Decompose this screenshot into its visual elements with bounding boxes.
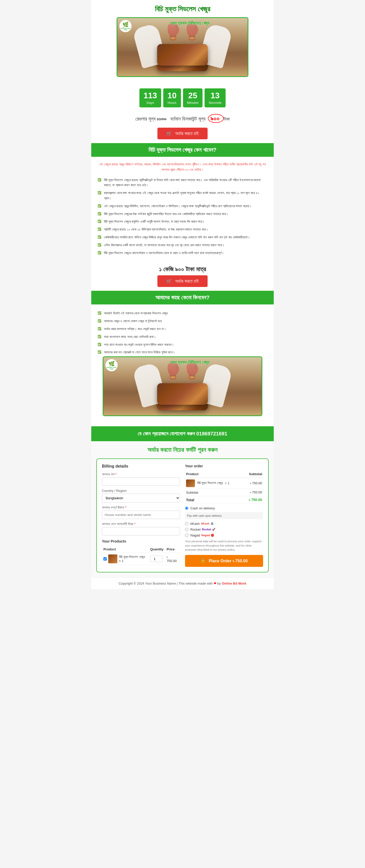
nagad-radio[interactable] — [185, 534, 188, 537]
cod-option: Cash on delivery — [185, 506, 263, 510]
price-big-text: ১ কেজি ৯০০ টাকা মাত্র — [95, 266, 270, 273]
country-select[interactable]: Bangladesh — [102, 494, 180, 502]
price-highlight: ১ কেজি ৯০০ টাকা মাত্র 🛒 অর্ডার করতে চাই — [91, 262, 274, 291]
qty-cell — [148, 553, 165, 565]
form-grid: Billing details আপনার নাম * Country / Re… — [102, 464, 263, 567]
why-section: এই খেজুরে রয়েছে প্রচুর পরিমাণে ফাইবার, … — [91, 157, 274, 262]
col-price: Price — [165, 546, 180, 553]
why-buy-banner: আমাদের কাছে কেনো কিনবেন? — [91, 291, 274, 305]
list-item: এই খেজুরে রয়েছে প্রচুর ভিটামিন, ম্যাগনে… — [97, 203, 268, 210]
total-row: Total ৳ 750.00 — [185, 496, 263, 504]
why-intro: এই খেজুরে রয়েছে প্রচুর পরিমাণে ফাইবার, … — [97, 162, 268, 173]
price-cell: ৳ 750.00 — [165, 553, 180, 565]
products-table: Product Quantity Price — [102, 546, 180, 565]
product-name: বিচি মুক্ত সিডলেস খেজুর × 1 — [119, 555, 147, 563]
order-button-2[interactable]: 🛒 অর্ডার করতে চাই — [158, 275, 207, 287]
phone-label: আপনার ফোন আপডেটটি দিচ্ছে * — [102, 522, 180, 526]
bkash-label: bKash — [190, 522, 200, 526]
order-button-1[interactable]: 🛒 অর্ডার করতে চাই — [158, 128, 207, 139]
quantity-input[interactable] — [150, 556, 163, 562]
regular-price-value: ১১৩০ — [157, 116, 167, 122]
lock-icon: 🔒 — [200, 559, 205, 563]
summary-col-subtotal: Subtotal — [244, 471, 263, 478]
address-field-group: আপনার সম্পূর্ণ ঠিকানা * — [102, 505, 180, 519]
product-image: 🌿 ORGANIC FOOD CARE ফ্রেশ সুক্কার (বিচীছ… — [117, 18, 248, 76]
cod-radio[interactable] — [185, 506, 188, 510]
summary-product-name: বিচি মুক্ত সিডলেস খেজুর — [197, 481, 223, 485]
order-form-section: অর্ডার করতে নিচের ফর্মটি পূরন করুন Billi… — [91, 441, 274, 578]
order-summary-column: Your order Product Subtotal — [185, 464, 263, 567]
order-summary-table: Product Subtotal বিচি মুক্ত সিডলেস খেজুর… — [185, 471, 263, 504]
billing-title: Billing details — [102, 464, 180, 469]
your-products-section: Your Products Product Quantity Price — [102, 539, 180, 565]
rocket-option: Rocket Rocket 🚀 — [185, 528, 263, 531]
list-item: প্রতিটি খেজুরে রয়েছে ১০ থেকে ১৫ মিলিগ্র… — [97, 226, 268, 234]
hero-section: বিচি মুক্ত সিডলেস খেজুর 🌿 ORGANIC FOOD C… — [91, 0, 274, 85]
subtotal-label: Subtotal — [185, 489, 244, 496]
name-input[interactable] — [102, 477, 180, 486]
col-qty: Quantity — [148, 546, 165, 553]
discount-label: বর্তমান ডিসকাউন্ট মূল্য — [170, 116, 205, 122]
total-label: Total — [185, 496, 244, 504]
rocket-radio[interactable] — [185, 528, 188, 531]
list-item: বিচি মুক্ত সিডলেস খেজুরে রয়েছে আন্টিঅক্… — [97, 176, 268, 189]
subtotal-row: Subtotal ৳ 750.00 — [185, 489, 263, 496]
product-checkbox[interactable] — [104, 557, 107, 560]
footer-brand: Online Bd Work — [222, 582, 246, 585]
hours-value: 10 — [167, 91, 177, 100]
discount-price-value: ৯০০ — [208, 114, 224, 123]
list-item: পণ্য রাতে পাওয়ার পর পেমেন্ট দেওয়ার সুয… — [97, 341, 268, 349]
countdown-section: 113 Days 10 Hours 25 Minutes 13 Seconds — [91, 85, 274, 111]
rocket-label: Rocket — [190, 528, 200, 531]
brand-logo-2: 🌿 ORGANIC FOOD CARE — [106, 359, 118, 371]
product-cell: বিচি মুক্ত সিডলেস খেজুর × 1 — [102, 553, 148, 565]
place-order-button[interactable]: 🔒 Place Order ৳ 750.00 — [185, 555, 263, 567]
list-item: বিচি মুক্ত সিডলেস খেজুরে রাকুসিন একটি অন… — [97, 218, 268, 226]
list-item: আমাদের থেজুর ও কোনো মেকাপ নেজুর না ইন্টা… — [97, 317, 268, 325]
your-products-title: Your Products — [102, 539, 180, 543]
countdown-days: 113 Days — [139, 88, 161, 107]
currency-label: টাকা — [224, 117, 230, 122]
order-form-box: Billing details আপনার নাম * Country / Re… — [96, 459, 269, 572]
footer-heart: ❤ — [214, 582, 217, 585]
list-item: সারা বাংলাদেশে কাছে অন্য রেয়া ডেলিভারি … — [97, 333, 268, 341]
contact-banner: যে কোন প্রয়োজনে যোগাযোগ করুন 0186972169… — [91, 426, 274, 441]
price-display: রেগুলার মূল্য ১১৩০ বর্তমান ডিসকাউন্ট মূল… — [95, 115, 270, 122]
seconds-value: 13 — [208, 91, 222, 100]
list-item: কোষ্ঠকাঠিন্যের সাময়িক রাতে পানিতে খেজুর… — [97, 234, 268, 241]
countdown-hours: 10 Hours — [163, 88, 181, 107]
list-item: বিচি মুক্ত সিডলেস খেজুরে কোলেস্টেরাম ও ম… — [97, 249, 268, 257]
cod-label: Cash on delivery — [190, 506, 215, 510]
days-label: Days — [146, 101, 154, 104]
product-image-title: ফ্রেশ সুক্কার (বিচীছাড়া) খেজুর — [134, 21, 245, 26]
address-label: আপনার সম্পূর্ণ ঠিকানা * — [102, 505, 180, 509]
order-summary-title: Your order — [185, 464, 263, 468]
regular-price-label: রেগুলার মূল্য — [135, 116, 156, 122]
billing-column: Billing details আপনার নাম * Country / Re… — [102, 464, 180, 567]
total-value: ৳ 750.00 — [244, 496, 263, 504]
countdown-minutes: 25 Minutes — [183, 88, 203, 107]
table-row: বিচি মুক্ত সিডলেস খেজুর × 1 ৳ 750.00 — [102, 553, 180, 565]
summary-product-cell: বিচি মুক্ত সিডলেস খেজুর × 1 — [185, 478, 244, 489]
list-item: অর্ডার করার আপনাকে অগ্রিম ১ করে পেমেন্ট … — [97, 325, 268, 333]
nagad-option: Nagad Nagad 🔴 — [185, 533, 263, 537]
price-section: রেগুলার মূল্য ১১৩০ বর্তমান ডিসকাউন্ট মূল… — [91, 111, 274, 143]
order-product-thumb — [186, 479, 195, 487]
bkash-option: bKash bKash 🏦 — [185, 522, 263, 526]
nagad-label: Nagad — [190, 533, 200, 537]
nagad-logo: Nagad 🔴 — [201, 534, 214, 537]
hero-title: বিচি মুক্ত সিডলেস খেজুর — [95, 5, 270, 13]
why-buy-section: আমরাই নিজেই এই সরাসরে থেকে সংগ্রহকরা সিড… — [91, 305, 274, 426]
bkash-radio[interactable] — [185, 522, 188, 525]
why-buy-list: আমরাই নিজেই এই সরাসরে থেকে সংগ্রহকরা সিড… — [97, 310, 268, 356]
product-image-2-inner: 🌿 ORGANIC FOOD CARE ফ্রেশ সুক্কার (বিচীছ… — [104, 357, 261, 415]
list-item: আমরাই নিজেই এই সরাসরে থেকে সংগ্রহকরা সিড… — [97, 310, 268, 317]
summary-subtotal-val: ৳ 750.00 — [244, 478, 263, 489]
name-label: আপনার নাম * — [102, 472, 180, 476]
order-form-title: অর্ডার করতে নিচের ফর্মটি পূরন করুন — [95, 446, 270, 454]
minutes-value: 25 — [187, 91, 199, 100]
phone-input[interactable] — [102, 527, 180, 535]
brand-logo: 🌿 ORGANIC FOOD CARE — [119, 20, 132, 32]
cart-icon: 🛒 — [166, 131, 172, 136]
address-input[interactable] — [102, 510, 180, 519]
